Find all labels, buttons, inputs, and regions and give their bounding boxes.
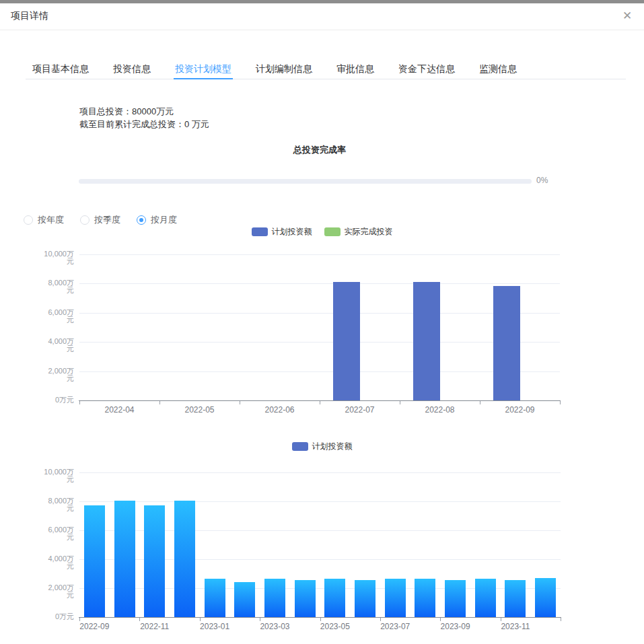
bar-计划投资额-2022-09[interactable] [84,505,105,617]
legend-swatch-icon [252,227,268,236]
x-axis-tick [400,401,400,404]
bar-计划投资额-2023-05[interactable] [324,579,345,617]
x-axis-label: 2022-05 [176,405,223,415]
tab-bar: 项目基本信息 投资信息 投资计划模型 计划编制信息 审批信息 资金下达信息 监测… [26,59,626,79]
tab-investment-info[interactable]: 投资信息 [113,59,151,79]
gridline [79,313,560,314]
bar-计划投资额-2023-08[interactable] [415,579,435,617]
bar-计划投资额-2022-11[interactable] [144,505,165,617]
x-axis-label: 2023-03 [251,622,298,631]
x-axis-label: 2023-09 [432,622,479,631]
x-axis-label: 2022-04 [96,405,143,415]
x-axis-tick [320,618,321,621]
tab-plan-compilation-info[interactable]: 计划编制信息 [256,59,312,79]
y-axis-tick-label: 10,000万元 [44,468,74,483]
completed-investment-line: 截至目前累计完成总投资：0 万元 [79,118,209,131]
bar-计划投资额-2022-09[interactable] [493,286,520,400]
x-axis-tick [480,401,480,404]
completion-progress-bar [79,179,532,184]
x-axis-label: 2023-07 [371,622,419,631]
header-divider [0,30,644,30]
y-axis-tick-label: 6,000万元 [48,526,74,541]
gridline [79,472,561,473]
period-radio-group: 按年度 按季度 按月度 [24,214,177,226]
page-title: 项目详情 [11,10,48,22]
radio-selected-icon [137,215,146,225]
x-axis-label: 2022-08 [417,405,464,415]
tab-investment-plan-model[interactable]: 投资计划模型 [175,59,231,79]
radio-by-year[interactable]: 按年度 [24,214,64,226]
x-axis-label: 2022-09 [71,622,118,631]
x-axis-label: 2023-11 [492,622,539,631]
completion-percent-label: 0% [536,176,548,185]
bar-计划投资额-2022-12[interactable] [174,501,195,617]
investment-summary: 项目总投资：80000万元 截至目前累计完成总投资：0 万元 [79,105,209,131]
radio-circle-icon [24,215,33,225]
gridline [79,283,560,284]
y-axis-tick-label: 10,000万元 [44,250,74,265]
bar-计划投资额-2023-09[interactable] [445,580,466,617]
x-axis-line [79,400,561,401]
chart1-legend: 计划投资额实际完成投资 [0,226,644,238]
x-axis-label: 2022-09 [497,405,544,415]
bar-计划投资额-2023-10[interactable] [475,579,496,617]
x-axis-tick [159,401,160,404]
x-axis-line [79,617,561,618]
bar-计划投资额-2023-07[interactable] [385,579,406,617]
gridline [79,371,560,372]
legend-swatch-icon [292,442,308,451]
x-axis-tick [240,401,240,404]
x-axis-label: 2022-07 [336,405,384,415]
x-axis-tick [79,401,80,404]
tab-project-basic-info[interactable]: 项目基本信息 [32,59,89,79]
bar-计划投资额-2023-06[interactable] [355,580,375,617]
y-axis-tick-label: 6,000万元 [48,309,74,324]
bar-计划投资额-2022-10[interactable] [114,501,135,617]
gridline [79,342,560,343]
y-axis-tick-label: 8,000万元 [48,279,74,294]
legend-label: 实际完成投资 [345,226,393,238]
x-axis-label: 2023-01 [191,622,238,631]
radio-by-quarter[interactable]: 按季度 [80,214,120,226]
legend-label: 计划投资额 [272,226,312,238]
x-axis-tick [380,618,381,621]
x-axis-label: 2022-11 [131,622,178,631]
bar-计划投资额-2023-03[interactable] [264,579,285,617]
x-axis-tick [501,618,501,621]
x-axis-tick [260,618,260,621]
completion-rate-title: 总投资完成率 [79,144,560,156]
legend-item[interactable]: 计划投资额 [292,441,353,452]
radio-circle-icon [80,215,90,225]
y-axis-tick-label: 4,000万元 [48,555,74,570]
planned-investment-chart: 0万元2,000万元4,000万元6,000万元8,000万元10,000万元2… [0,0,644,644]
y-axis-tick-label: 8,000万元 [48,497,74,512]
y-axis-tick-label: 2,000万元 [48,584,74,599]
bar-计划投资额-2023-02[interactable] [234,582,255,617]
gridline [79,254,560,255]
gridline [79,501,561,502]
bar-计划投资额-2022-08[interactable] [413,282,440,400]
x-axis-label: 2022-06 [256,405,303,415]
tab-approval-info[interactable]: 审批信息 [336,59,374,79]
bar-计划投资额-2022-07[interactable] [333,282,360,400]
legend-swatch-icon [324,227,341,236]
close-icon[interactable]: ✕ [620,9,635,24]
bar-计划投资额-2023-01[interactable] [205,579,225,617]
legend-item[interactable]: 计划投资额 [252,226,312,238]
window-top-edge [0,0,644,3]
tab-monitoring-info[interactable]: 监测信息 [479,59,517,79]
bar-计划投资额-2023-04[interactable] [295,580,316,617]
y-axis-tick-label: 2,000万元 [48,367,74,382]
y-axis-tick-label: 0万元 [55,396,74,404]
bar-计划投资额-2023-11[interactable] [505,580,526,617]
chart2-legend: 计划投资额 [0,441,644,452]
x-axis-tick [200,618,201,621]
legend-label: 计划投资额 [312,441,353,452]
legend-item[interactable]: 实际完成投资 [324,226,393,238]
x-axis-tick [561,618,561,621]
bar-计划投资额-2023-12[interactable] [535,578,556,617]
tab-fund-allocation-info[interactable]: 资金下达信息 [398,59,455,79]
y-axis-tick-label: 4,000万元 [48,338,74,353]
x-axis-tick [320,401,320,404]
radio-by-month[interactable]: 按月度 [137,214,177,226]
